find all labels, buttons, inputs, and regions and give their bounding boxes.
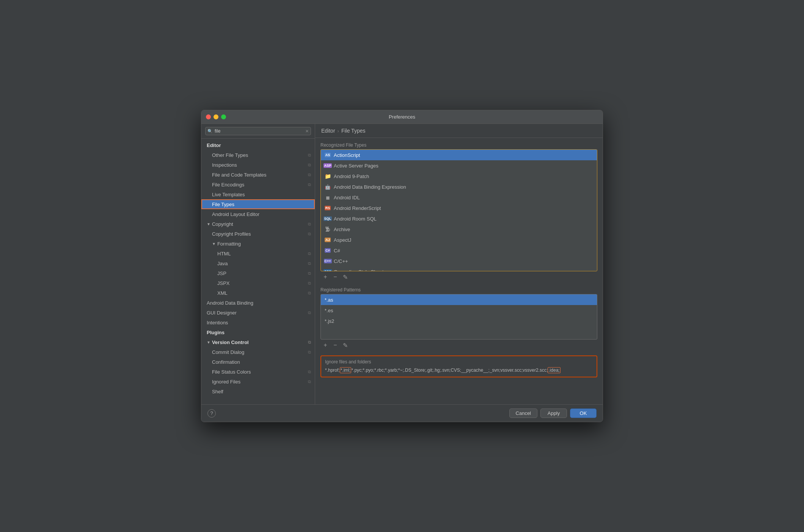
- list-item[interactable]: AS ActionScript: [321, 150, 597, 160]
- sidebar-item-inspections[interactable]: Inspections ⧉: [201, 160, 315, 170]
- file-icon-android: 🤖: [325, 184, 331, 190]
- copy-icon: ⧉: [308, 350, 311, 355]
- copy-icon: ⧉: [308, 281, 311, 286]
- patterns-toolbar: + − ✎: [320, 340, 597, 351]
- edit-pattern-button[interactable]: ✎: [341, 341, 349, 349]
- right-panel: Editor › File Types Recognized File Type…: [315, 124, 603, 404]
- add-pattern-button[interactable]: +: [321, 341, 330, 349]
- edit-file-type-button[interactable]: ✎: [341, 273, 349, 281]
- apply-button[interactable]: Apply: [540, 408, 567, 418]
- sidebar-item-file-status-colors[interactable]: File Status Colors ⧉: [201, 367, 315, 377]
- list-item[interactable]: C++ C/C++: [321, 256, 597, 266]
- sidebar-item-commit-dialog[interactable]: Commit Dialog ⧉: [201, 347, 315, 357]
- sidebar-item-android-data-binding[interactable]: Android Data Binding: [201, 298, 315, 308]
- search-icon: 🔍: [207, 129, 213, 134]
- list-item[interactable]: ◼ Android IDL: [321, 192, 597, 203]
- file-icon-folder: 📁: [325, 173, 331, 179]
- copy-icon: ⧉: [308, 379, 311, 384]
- sidebar-item-copyright[interactable]: ▼ Copyright ⧉: [201, 219, 315, 229]
- add-file-type-button[interactable]: +: [321, 273, 330, 281]
- list-item[interactable]: 🗜 Archive: [321, 224, 597, 235]
- sidebar-item-xml[interactable]: XML ⧉: [201, 288, 315, 298]
- sidebar-item-confirmation[interactable]: Confirmation: [201, 357, 315, 367]
- search-bar: 🔍 ✕: [201, 124, 315, 139]
- sidebar-item-label: Intentions: [207, 320, 311, 325]
- copy-icon: ⧉: [308, 261, 311, 266]
- sidebar-item-file-and-code-templates[interactable]: File and Code Templates ⧉: [201, 170, 315, 180]
- sidebar-item-plugins: Plugins: [201, 327, 315, 337]
- list-item[interactable]: SQL Android Room SQL: [321, 213, 597, 224]
- list-item[interactable]: AJ AspectJ: [321, 235, 597, 245]
- sidebar-item-java[interactable]: Java ⧉: [201, 258, 315, 268]
- list-item[interactable]: ASP Active Server Pages: [321, 160, 597, 171]
- triangle-icon: ▼: [207, 222, 210, 226]
- sidebar-item-label: Live Templates: [212, 192, 311, 197]
- sidebar-item-copyright-profiles[interactable]: Copyright Profiles ⧉: [201, 229, 315, 239]
- sidebar-item-html[interactable]: HTML ⧉: [201, 249, 315, 258]
- pattern-item[interactable]: *.js2: [321, 316, 597, 326]
- close-button[interactable]: [206, 114, 211, 119]
- recognized-list[interactable]: AS ActionScript ASP Active Server Pages …: [321, 150, 597, 271]
- remove-pattern-button[interactable]: −: [331, 341, 339, 349]
- sidebar-item-label: Inspections: [212, 162, 308, 168]
- file-icon-idl: ◼: [325, 194, 331, 200]
- list-item[interactable]: RS Android RenderScript: [321, 203, 597, 213]
- list-item[interactable]: 📁 Android 9-Patch: [321, 171, 597, 182]
- minimize-button[interactable]: [214, 114, 218, 119]
- sidebar-item-file-types[interactable]: File Types: [201, 199, 315, 209]
- pattern-item[interactable]: *.as: [321, 294, 597, 305]
- file-icon-cs: C#: [325, 247, 331, 253]
- sidebar-item-live-templates[interactable]: Live Templates: [201, 189, 315, 199]
- breadcrumb-parent: Editor: [321, 128, 335, 134]
- window-controls: [206, 114, 226, 119]
- file-icon-asp: ASP: [325, 163, 331, 169]
- clear-icon[interactable]: ✕: [305, 129, 309, 134]
- sidebar-item-gui-designer[interactable]: GUI Designer ⧉: [201, 308, 315, 318]
- help-button[interactable]: ?: [207, 409, 216, 418]
- sidebar-item-label: Confirmation: [212, 359, 311, 365]
- list-item-label: AspectJ: [334, 237, 351, 243]
- pattern-item[interactable]: *.es: [321, 305, 597, 316]
- panel-content: Recognized File Types AS ActionScript AS…: [315, 138, 603, 404]
- file-icon-css: CSS: [325, 269, 331, 271]
- sidebar-item-label: XML: [217, 290, 308, 296]
- file-icon-aj: AJ: [325, 237, 331, 243]
- window-title: Preferences: [389, 114, 415, 120]
- sidebar-item-jspx[interactable]: JSPX ⧉: [201, 278, 315, 288]
- list-item[interactable]: CSS Cascading Style Sheet: [321, 266, 597, 271]
- sidebar-item-label: Plugins: [207, 330, 311, 335]
- sidebar-item-label: Editor: [207, 142, 311, 148]
- copy-icon: ⧉: [308, 222, 311, 227]
- list-item-label: Active Server Pages: [334, 163, 378, 169]
- ok-button[interactable]: OK: [570, 408, 597, 418]
- list-item-label: Android 9-Patch: [334, 174, 369, 179]
- sidebar-item-label: File and Code Templates: [212, 172, 308, 178]
- sidebar-item-formatting[interactable]: ▼ Formatting: [201, 239, 315, 249]
- maximize-button[interactable]: [221, 114, 226, 119]
- copy-icon: ⧉: [308, 369, 311, 374]
- sidebar-item-android-layout-editor[interactable]: Android Layout Editor: [201, 209, 315, 219]
- cancel-button[interactable]: Cancel: [509, 408, 537, 418]
- copy-icon: ⧉: [308, 251, 311, 256]
- sidebar-item-version-control[interactable]: ▼ Version Control ⧉: [201, 337, 315, 347]
- breadcrumb-separator: ›: [338, 128, 339, 134]
- sidebar-item-other-file-types[interactable]: Other File Types ⧉: [201, 150, 315, 160]
- ignore-section: Ignore files and folders *.hprof;*.iml;*…: [320, 355, 597, 377]
- search-wrapper: 🔍 ✕: [205, 127, 311, 135]
- sidebar-item-intentions[interactable]: Intentions: [201, 318, 315, 327]
- sidebar-item-label: HTML: [217, 251, 308, 257]
- left-panel: 🔍 ✕ Editor Other File Types ⧉ Inspection…: [201, 124, 315, 404]
- search-input[interactable]: [205, 127, 311, 135]
- sidebar-item-jsp[interactable]: JSP ⧉: [201, 268, 315, 278]
- list-item[interactable]: 🤖 Android Data Binding Expression: [321, 182, 597, 192]
- sidebar: Editor Other File Types ⧉ Inspections ⧉ …: [201, 139, 315, 404]
- remove-file-type-button[interactable]: −: [331, 273, 339, 281]
- sidebar-item-file-encodings[interactable]: File Encodings ⧉: [201, 180, 315, 189]
- bottom-right: Cancel Apply OK: [509, 408, 597, 418]
- list-item[interactable]: C# C#: [321, 245, 597, 256]
- sidebar-item-label: Commit Dialog: [212, 349, 308, 355]
- copy-icon: ⧉: [308, 172, 311, 177]
- sidebar-item-ignored-files[interactable]: Ignored Files ⧉: [201, 377, 315, 386]
- list-item-label: C/C++: [334, 258, 348, 264]
- sidebar-item-shelf[interactable]: Shelf: [201, 386, 315, 396]
